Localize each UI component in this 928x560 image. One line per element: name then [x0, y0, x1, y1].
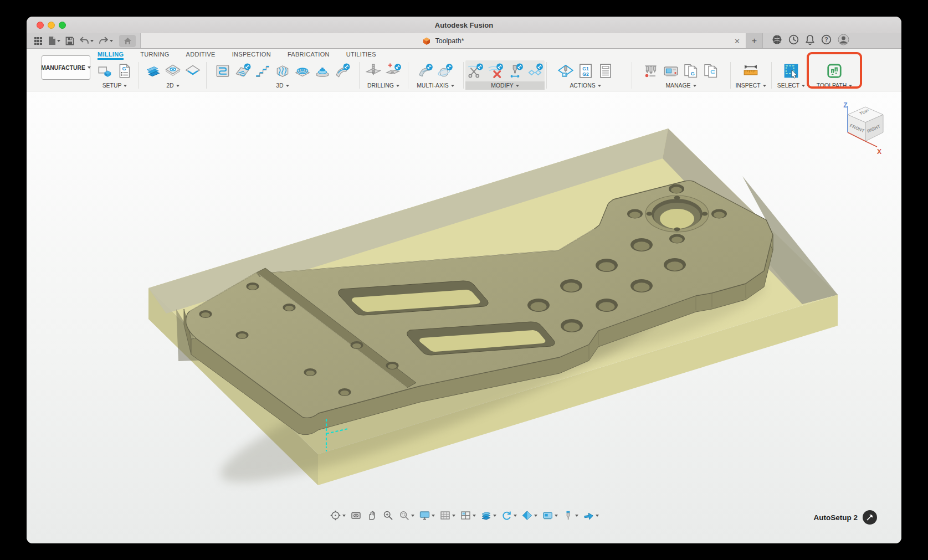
group-label-toolpath[interactable]: TOOLPATH — [810, 81, 859, 90]
tool-display-icon[interactable] — [562, 510, 578, 521]
document-tab-row: Toolpath* ✕ + ? — [27, 33, 901, 49]
steep-and-shallow-icon[interactable] — [254, 63, 271, 79]
delete-passes-icon[interactable] — [487, 63, 504, 79]
tool-change-icon[interactable] — [507, 63, 524, 79]
home-icon[interactable] — [119, 35, 136, 47]
setup-sheet-icon[interactable] — [597, 63, 614, 79]
display-settings-icon[interactable] — [419, 510, 435, 521]
ribbon: MANUFACTURE MILLING TURNING ADDITIVE INS… — [27, 49, 901, 91]
help-icon[interactable]: ? — [821, 34, 832, 47]
group-label-2d[interactable]: 2D — [141, 81, 205, 90]
titlebar: Autodesk Fusion — [27, 17, 901, 33]
machine-library-icon[interactable] — [663, 63, 679, 79]
app-grid-icon[interactable] — [34, 37, 43, 45]
cam-scene — [27, 91, 901, 543]
avatar[interactable] — [838, 34, 849, 48]
face-icon[interactable] — [145, 63, 161, 79]
counterbore-hole — [645, 196, 709, 232]
divider — [730, 62, 731, 89]
go-to-operation-icon[interactable] — [583, 510, 599, 521]
zoom-icon[interactable] — [382, 510, 394, 521]
chevron-down-icon — [596, 515, 599, 517]
redo-icon[interactable] — [99, 37, 113, 45]
chevron-down-icon — [451, 85, 454, 87]
templates-icon[interactable] — [703, 63, 719, 79]
tab-milling[interactable]: MILLING — [98, 49, 124, 60]
parallel-icon[interactable] — [274, 63, 291, 79]
simulate-icon[interactable] — [557, 63, 574, 79]
toolpath-icon[interactable] — [826, 63, 843, 79]
group-label-drilling[interactable]: DRILLING — [361, 81, 406, 90]
fit-icon[interactable] — [398, 510, 414, 521]
divider — [463, 62, 464, 89]
group-manage: G MANAGE — [634, 60, 728, 90]
chevron-down-icon — [763, 85, 766, 87]
grid-and-snaps-icon[interactable] — [439, 510, 455, 521]
flat-icon[interactable] — [234, 63, 251, 79]
chevron-down-icon — [493, 515, 496, 517]
chevron-down-icon — [286, 85, 289, 87]
workspace-selector[interactable]: MANUFACTURE — [42, 55, 90, 80]
adaptive-clearing-icon[interactable] — [214, 63, 231, 79]
spiral-icon[interactable] — [314, 63, 331, 79]
morph-icon[interactable] — [334, 63, 351, 79]
group-label-manage[interactable]: MANAGE — [634, 81, 728, 90]
post-process-icon[interactable]: G1 G2 — [577, 63, 594, 79]
window-title: Autodesk Fusion — [27, 17, 901, 33]
chevron-down-icon — [516, 85, 519, 87]
close-tab-icon[interactable]: ✕ — [734, 33, 740, 49]
drill-icon[interactable] — [365, 63, 382, 79]
group-label-3d[interactable]: 3D — [208, 81, 357, 90]
group-label-modify[interactable]: MODIFY — [465, 81, 545, 90]
compare-icon[interactable] — [521, 510, 537, 521]
ncprogram-icon[interactable]: G — [116, 63, 133, 79]
chevron-down-icon — [534, 515, 537, 517]
new-tab-icon[interactable]: + — [746, 33, 763, 48]
document-tab-label: Toolpath* — [435, 37, 464, 45]
autosetup-badge-icon[interactable] — [863, 510, 877, 525]
pocket-2d-icon[interactable] — [165, 63, 181, 79]
orbit-icon[interactable] — [330, 510, 346, 521]
window-select-icon[interactable] — [783, 63, 799, 79]
viewports-icon[interactable] — [460, 510, 476, 521]
contour-2d-icon[interactable] — [184, 63, 201, 79]
nc-programs-icon[interactable]: G — [683, 63, 699, 79]
new-file-icon[interactable] — [48, 36, 60, 45]
look-at-icon[interactable] — [350, 510, 362, 521]
viewcube[interactable]: Z TOP FRONT RIGHT X — [840, 100, 890, 161]
tab-inspection[interactable]: INSPECTION — [232, 49, 271, 60]
tab-utilities[interactable]: UTILITIES — [346, 49, 376, 60]
rotary-icon[interactable] — [437, 63, 454, 79]
trim-toolpath-icon[interactable] — [467, 63, 484, 79]
setup-icon[interactable] — [96, 63, 113, 79]
group-label-setup[interactable]: SETUP — [92, 81, 137, 90]
link-icon[interactable] — [527, 63, 544, 79]
scallop-icon[interactable] — [294, 63, 311, 79]
group-label-multiaxis[interactable]: MULTI-AXIS — [410, 81, 461, 90]
document-tab[interactable]: Toolpath* ✕ — [140, 33, 746, 48]
recent-icon[interactable] — [788, 34, 799, 47]
viewport-3d[interactable]: Z TOP FRONT RIGHT X — [27, 91, 901, 543]
tab-additive[interactable]: ADDITIVE — [186, 49, 216, 60]
measure-icon[interactable] — [742, 63, 759, 79]
save-icon[interactable] — [65, 37, 74, 45]
tool-library-icon[interactable] — [643, 63, 659, 79]
tab-fabrication[interactable]: FABRICATION — [288, 49, 330, 60]
undo-icon[interactable] — [79, 37, 94, 45]
chevron-down-icon — [693, 85, 696, 87]
navigation-toolbar — [330, 510, 599, 521]
regenerate-icon[interactable] — [501, 510, 517, 521]
chevron-down-icon — [411, 515, 414, 517]
toolpath-display-icon[interactable] — [480, 510, 496, 521]
tab-turning[interactable]: TURNING — [140, 49, 169, 60]
swarf-icon[interactable] — [417, 63, 434, 79]
group-label-actions[interactable]: ACTIONS — [548, 81, 623, 90]
pan-icon[interactable] — [366, 510, 378, 521]
group-label-select[interactable]: SELECT — [773, 81, 809, 90]
hole-recognition-icon[interactable] — [385, 63, 402, 79]
extension-icon[interactable] — [772, 34, 782, 47]
machine-display-icon[interactable] — [542, 510, 558, 521]
notifications-icon[interactable] — [805, 34, 815, 47]
group-label-inspect[interactable]: INSPECT — [732, 81, 769, 90]
chevron-down-icon — [57, 40, 60, 42]
